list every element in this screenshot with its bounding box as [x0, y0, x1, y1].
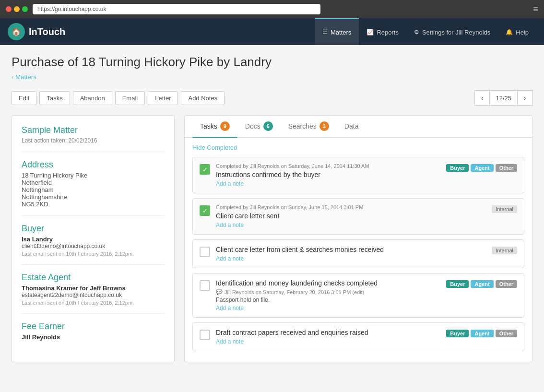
- tag-buyer-5[interactable]: Buyer: [446, 330, 469, 337]
- toolbar: Edit Tasks Abandon Email Letter Add Note…: [12, 90, 532, 106]
- pagination-prev[interactable]: ‹: [474, 90, 490, 106]
- email-button[interactable]: Email: [115, 91, 145, 105]
- sidebar-sample-matter-title: Sample Matter: [22, 125, 165, 135]
- nav-label-settings: Settings for Jill Reynolds: [422, 29, 490, 36]
- tag-internal-2[interactable]: Internal: [492, 205, 517, 213]
- task-completed-by-1: Completed by Jill Reynolds on Saturday, …: [216, 163, 440, 169]
- address-line-1: 18 Turning Hickory Pike: [22, 172, 165, 179]
- task-body-3: Client care letter from client & searche…: [216, 246, 486, 262]
- task-tags-1: Buyer Agent Other: [446, 164, 517, 172]
- browser-chrome: https://go.intouchapp.co.uk ≡: [0, 0, 544, 18]
- nav-item-matters[interactable]: ☰ Matters: [315, 18, 359, 45]
- sidebar: Sample Matter Last action taken: 20/02/2…: [12, 115, 175, 362]
- tag-agent-5[interactable]: Agent: [471, 330, 493, 337]
- task-note-meta-4: 💬 Jill Reynolds on Saturday, February 20…: [216, 289, 440, 295]
- hide-completed-link[interactable]: Hide Completed: [192, 144, 237, 151]
- task-tags-5: Buyer Agent Other: [446, 330, 517, 337]
- brand: 🏠 InTouch: [8, 23, 65, 40]
- add-notes-button[interactable]: Add Notes: [181, 91, 225, 105]
- nav-item-help[interactable]: 🔔 Help: [498, 18, 536, 45]
- tag-internal-3[interactable]: Internal: [492, 247, 517, 254]
- navbar: 🏠 InTouch ☰ Matters 📈 Reports ⚙ Settings…: [0, 18, 544, 45]
- minimize-dot[interactable]: [14, 6, 20, 12]
- task-title-1: Instructions confirmed by the buyer: [216, 171, 440, 178]
- task-title-3: Client care letter from client & searche…: [216, 246, 486, 253]
- task-add-note-3[interactable]: Add a note: [216, 255, 486, 262]
- task-note-text-4: Passport held on file.: [216, 297, 440, 303]
- tab-tasks[interactable]: Tasks 9: [192, 116, 237, 138]
- tag-other-4[interactable]: Other: [496, 280, 517, 288]
- task-add-note-2[interactable]: Add a note: [216, 222, 486, 228]
- pagination-next[interactable]: ›: [517, 90, 532, 106]
- tag-other-5[interactable]: Other: [496, 330, 517, 337]
- nav-item-settings[interactable]: ⚙ Settings for Jill Reynolds: [406, 18, 498, 45]
- letter-button[interactable]: Letter: [148, 91, 178, 105]
- tab-docs-label: Docs: [245, 122, 260, 130]
- task-checkbox-1[interactable]: ✓: [200, 164, 210, 175]
- tab-searches-badge: 3: [319, 121, 329, 131]
- nav-label-matters: Matters: [331, 29, 351, 36]
- task-item-2: ✓ Completed by Jill Reynolds on Sunday, …: [192, 198, 524, 235]
- tab-tasks-label: Tasks: [200, 122, 217, 130]
- divider-1: [22, 152, 165, 152]
- tasks-button[interactable]: Tasks: [39, 91, 70, 105]
- task-checkbox-5[interactable]: [200, 330, 210, 340]
- estate-agent-name: Thomasina Kramer for Jeff Browns: [22, 285, 165, 292]
- page-title: Purchase of 18 Turning Hickory Pike by L…: [12, 55, 532, 70]
- task-body-4: Identification and money laundering chec…: [216, 279, 440, 311]
- pagination: ‹ 12/25 ›: [474, 90, 532, 106]
- tag-agent-4[interactable]: Agent: [471, 280, 493, 288]
- breadcrumb[interactable]: ‹ Matters: [12, 73, 532, 81]
- url-bar[interactable]: https://go.intouchapp.co.uk: [33, 4, 320, 14]
- task-add-note-1[interactable]: Add a note: [216, 180, 440, 187]
- browser-menu-icon[interactable]: ≡: [533, 4, 538, 14]
- pagination-info: 12/25: [490, 90, 517, 106]
- sidebar-last-action: Last action taken: 20/02/2016: [22, 137, 165, 144]
- settings-icon: ⚙: [414, 29, 419, 36]
- tag-buyer-1[interactable]: Buyer: [446, 164, 469, 172]
- tag-other-1[interactable]: Other: [496, 164, 517, 172]
- task-checkbox-4[interactable]: [200, 280, 210, 291]
- nav-item-reports[interactable]: 📈 Reports: [359, 18, 406, 45]
- sidebar-buyer-title: Buyer: [22, 224, 165, 234]
- fee-earner-name: Jill Reynolds: [22, 333, 165, 341]
- tab-data[interactable]: Data: [337, 116, 367, 138]
- buyer-email: client33demo@intouchapp.co.uk: [22, 243, 165, 249]
- reports-icon: 📈: [367, 29, 374, 36]
- task-inner-5: Draft contract papers received and enqui…: [193, 323, 524, 351]
- tag-buyer-4[interactable]: Buyer: [446, 280, 469, 288]
- tag-agent-1[interactable]: Agent: [471, 164, 493, 172]
- task-inner-3: Client care letter from client & searche…: [193, 240, 524, 268]
- sidebar-address-title: Address: [22, 160, 165, 170]
- address-line-4: Nottinghamshire: [22, 193, 165, 201]
- tab-docs[interactable]: Docs 6: [237, 116, 281, 138]
- matters-icon: ☰: [322, 29, 328, 36]
- buyer-name: Isa Landry: [22, 236, 165, 243]
- divider-2: [22, 215, 165, 216]
- abandon-button[interactable]: Abandon: [73, 91, 112, 105]
- address-line-5: NG5 2KD: [22, 201, 165, 208]
- close-dot[interactable]: [6, 6, 12, 12]
- sidebar-fee-earner-title: Fee Earner: [22, 321, 165, 332]
- maximize-dot[interactable]: [22, 6, 28, 12]
- content-area: Tasks 9 Docs 6 Searches 3 Data Hide Comp…: [184, 115, 532, 362]
- task-inner-1: ✓ Completed by Jill Reynolds on Saturday…: [193, 157, 524, 193]
- edit-button[interactable]: Edit: [12, 91, 36, 105]
- task-checkbox-3[interactable]: [200, 247, 210, 257]
- task-checkbox-2[interactable]: ✓: [200, 205, 210, 216]
- tab-data-label: Data: [344, 122, 359, 130]
- sidebar-estate-agent: Estate Agent Thomasina Kramer for Jeff B…: [22, 273, 165, 306]
- task-add-note-4[interactable]: Add a note: [216, 305, 440, 311]
- tab-searches[interactable]: Searches 3: [281, 116, 337, 138]
- sidebar-buyer: Buyer Isa Landry client33demo@intouchapp…: [22, 224, 165, 257]
- task-tags-4: Buyer Agent Other: [446, 280, 517, 288]
- task-add-note-5[interactable]: Add a note: [216, 338, 440, 345]
- task-tags-2: Internal: [492, 205, 517, 213]
- task-item-1: ✓ Completed by Jill Reynolds on Saturday…: [192, 157, 524, 193]
- sidebar-address: Address 18 Turning Hickory Pike Netherfi…: [22, 160, 165, 208]
- brand-name: InTouch: [29, 26, 65, 37]
- sidebar-estate-agent-title: Estate Agent: [22, 273, 165, 283]
- browser-dots: [6, 6, 28, 12]
- divider-3: [22, 264, 165, 265]
- brand-icon: 🏠: [8, 23, 25, 40]
